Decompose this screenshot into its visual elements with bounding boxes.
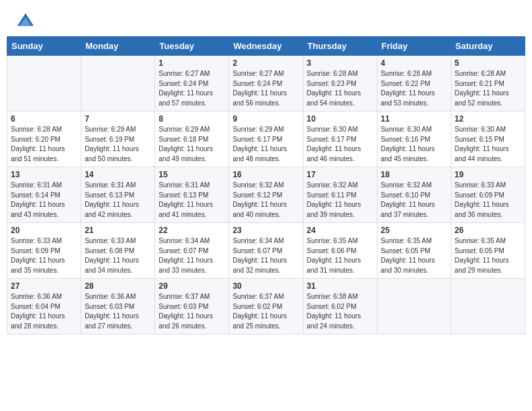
day-cell: 14Sunrise: 6:31 AM Sunset: 6:13 PM Dayli…: [81, 167, 155, 223]
header-friday: Friday: [377, 37, 451, 56]
day-info: Sunrise: 6:35 AM Sunset: 6:06 PM Dayligh…: [307, 236, 373, 275]
day-number: 18: [381, 170, 447, 179]
day-info: Sunrise: 6:34 AM Sunset: 6:07 PM Dayligh…: [232, 236, 299, 275]
day-number: 9: [232, 114, 299, 124]
header-wednesday: Wednesday: [229, 37, 303, 56]
day-cell: 23Sunrise: 6:34 AM Sunset: 6:07 PM Dayli…: [229, 223, 303, 279]
logo-icon: [16, 12, 35, 31]
day-number: 23: [232, 226, 299, 235]
day-info: Sunrise: 6:38 AM Sunset: 6:02 PM Dayligh…: [307, 292, 373, 331]
header-monday: Monday: [81, 37, 155, 56]
week-row-1: 1Sunrise: 6:27 AM Sunset: 6:24 PM Daylig…: [7, 56, 525, 111]
day-info: Sunrise: 6:30 AM Sunset: 6:15 PM Dayligh…: [455, 125, 521, 164]
day-number: 28: [85, 281, 151, 291]
day-cell: 2Sunrise: 6:27 AM Sunset: 6:24 PM Daylig…: [229, 56, 303, 111]
day-cell: [81, 56, 155, 111]
day-number: 2: [232, 58, 299, 68]
day-info: Sunrise: 6:31 AM Sunset: 6:14 PM Dayligh…: [11, 181, 77, 220]
day-info: Sunrise: 6:35 AM Sunset: 6:05 PM Dayligh…: [455, 236, 521, 275]
day-cell: 29Sunrise: 6:37 AM Sunset: 6:03 PM Dayli…: [155, 279, 229, 334]
day-info: Sunrise: 6:29 AM Sunset: 6:18 PM Dayligh…: [159, 125, 225, 164]
day-info: Sunrise: 6:36 AM Sunset: 6:04 PM Dayligh…: [11, 292, 77, 331]
day-number: 12: [455, 114, 521, 124]
day-cell: 26Sunrise: 6:35 AM Sunset: 6:05 PM Dayli…: [451, 223, 525, 279]
header-thursday: Thursday: [303, 37, 377, 56]
day-info: Sunrise: 6:29 AM Sunset: 6:19 PM Dayligh…: [85, 125, 151, 164]
day-info: Sunrise: 6:37 AM Sunset: 6:03 PM Dayligh…: [159, 292, 225, 331]
day-number: 19: [455, 170, 521, 179]
day-number: 17: [307, 170, 373, 179]
day-number: 31: [307, 281, 373, 291]
day-cell: [377, 279, 451, 334]
day-info: Sunrise: 6:35 AM Sunset: 6:05 PM Dayligh…: [381, 236, 447, 275]
week-row-2: 6Sunrise: 6:28 AM Sunset: 6:20 PM Daylig…: [7, 111, 525, 167]
day-cell: 17Sunrise: 6:32 AM Sunset: 6:11 PM Dayli…: [303, 167, 377, 223]
day-number: 30: [232, 281, 299, 291]
day-info: Sunrise: 6:34 AM Sunset: 6:07 PM Dayligh…: [159, 236, 225, 275]
day-cell: 18Sunrise: 6:32 AM Sunset: 6:10 PM Dayli…: [377, 167, 451, 223]
day-number: 14: [85, 170, 151, 179]
page-header: [0, 0, 532, 36]
day-number: 4: [381, 58, 447, 68]
day-info: Sunrise: 6:27 AM Sunset: 6:24 PM Dayligh…: [159, 69, 225, 108]
day-cell: 7Sunrise: 6:29 AM Sunset: 6:19 PM Daylig…: [81, 111, 155, 167]
day-cell: 4Sunrise: 6:28 AM Sunset: 6:22 PM Daylig…: [377, 56, 451, 111]
header-saturday: Saturday: [451, 37, 525, 56]
day-number: 8: [159, 114, 225, 124]
day-info: Sunrise: 6:33 AM Sunset: 6:09 PM Dayligh…: [455, 181, 521, 220]
day-cell: 25Sunrise: 6:35 AM Sunset: 6:05 PM Dayli…: [377, 223, 451, 279]
day-info: Sunrise: 6:27 AM Sunset: 6:24 PM Dayligh…: [232, 69, 299, 108]
day-cell: [451, 279, 525, 334]
day-cell: 3Sunrise: 6:28 AM Sunset: 6:23 PM Daylig…: [303, 56, 377, 111]
day-cell: 28Sunrise: 6:36 AM Sunset: 6:03 PM Dayli…: [81, 279, 155, 334]
day-number: 22: [159, 226, 225, 235]
day-number: 26: [455, 226, 521, 235]
day-cell: 20Sunrise: 6:33 AM Sunset: 6:09 PM Dayli…: [7, 223, 81, 279]
day-cell: 10Sunrise: 6:30 AM Sunset: 6:17 PM Dayli…: [303, 111, 377, 167]
header-sunday: Sunday: [7, 37, 81, 56]
day-number: 1: [159, 58, 225, 68]
day-info: Sunrise: 6:30 AM Sunset: 6:17 PM Dayligh…: [307, 125, 373, 164]
day-number: 27: [11, 281, 77, 291]
day-cell: 22Sunrise: 6:34 AM Sunset: 6:07 PM Dayli…: [155, 223, 229, 279]
day-cell: 6Sunrise: 6:28 AM Sunset: 6:20 PM Daylig…: [7, 111, 81, 167]
day-number: 3: [307, 58, 373, 68]
calendar-wrapper: SundayMondayTuesdayWednesdayThursdayFrid…: [0, 36, 532, 341]
day-cell: 27Sunrise: 6:36 AM Sunset: 6:04 PM Dayli…: [7, 279, 81, 334]
calendar-header: SundayMondayTuesdayWednesdayThursdayFrid…: [7, 37, 525, 56]
day-cell: [7, 56, 81, 111]
day-cell: 15Sunrise: 6:31 AM Sunset: 6:13 PM Dayli…: [155, 167, 229, 223]
week-row-5: 27Sunrise: 6:36 AM Sunset: 6:04 PM Dayli…: [7, 279, 525, 334]
day-info: Sunrise: 6:30 AM Sunset: 6:16 PM Dayligh…: [381, 125, 447, 164]
day-number: 13: [11, 170, 77, 179]
day-info: Sunrise: 6:32 AM Sunset: 6:10 PM Dayligh…: [381, 181, 447, 220]
day-cell: 13Sunrise: 6:31 AM Sunset: 6:14 PM Dayli…: [7, 167, 81, 223]
day-info: Sunrise: 6:36 AM Sunset: 6:03 PM Dayligh…: [85, 292, 151, 331]
day-cell: 11Sunrise: 6:30 AM Sunset: 6:16 PM Dayli…: [377, 111, 451, 167]
week-row-4: 20Sunrise: 6:33 AM Sunset: 6:09 PM Dayli…: [7, 223, 525, 279]
day-cell: 1Sunrise: 6:27 AM Sunset: 6:24 PM Daylig…: [155, 56, 229, 111]
day-number: 29: [159, 281, 225, 291]
day-cell: 9Sunrise: 6:29 AM Sunset: 6:17 PM Daylig…: [229, 111, 303, 167]
day-number: 5: [455, 58, 521, 68]
day-info: Sunrise: 6:28 AM Sunset: 6:23 PM Dayligh…: [307, 69, 373, 108]
day-info: Sunrise: 6:31 AM Sunset: 6:13 PM Dayligh…: [85, 181, 151, 220]
day-info: Sunrise: 6:28 AM Sunset: 6:22 PM Dayligh…: [381, 69, 447, 108]
day-cell: 5Sunrise: 6:28 AM Sunset: 6:21 PM Daylig…: [451, 56, 525, 111]
day-number: 20: [11, 226, 77, 235]
day-cell: 12Sunrise: 6:30 AM Sunset: 6:15 PM Dayli…: [451, 111, 525, 167]
day-info: Sunrise: 6:37 AM Sunset: 6:02 PM Dayligh…: [232, 292, 299, 331]
day-number: 15: [159, 170, 225, 179]
day-info: Sunrise: 6:28 AM Sunset: 6:21 PM Dayligh…: [455, 69, 521, 108]
day-info: Sunrise: 6:32 AM Sunset: 6:12 PM Dayligh…: [232, 181, 299, 220]
day-number: 7: [85, 114, 151, 124]
week-row-3: 13Sunrise: 6:31 AM Sunset: 6:14 PM Dayli…: [7, 167, 525, 223]
day-cell: 24Sunrise: 6:35 AM Sunset: 6:06 PM Dayli…: [303, 223, 377, 279]
day-cell: 30Sunrise: 6:37 AM Sunset: 6:02 PM Dayli…: [229, 279, 303, 334]
day-info: Sunrise: 6:33 AM Sunset: 6:08 PM Dayligh…: [85, 236, 151, 275]
day-cell: 21Sunrise: 6:33 AM Sunset: 6:08 PM Dayli…: [81, 223, 155, 279]
day-number: 21: [85, 226, 151, 235]
calendar-table: SundayMondayTuesdayWednesdayThursdayFrid…: [7, 36, 525, 334]
logo: [16, 12, 36, 31]
day-info: Sunrise: 6:32 AM Sunset: 6:11 PM Dayligh…: [307, 181, 373, 220]
